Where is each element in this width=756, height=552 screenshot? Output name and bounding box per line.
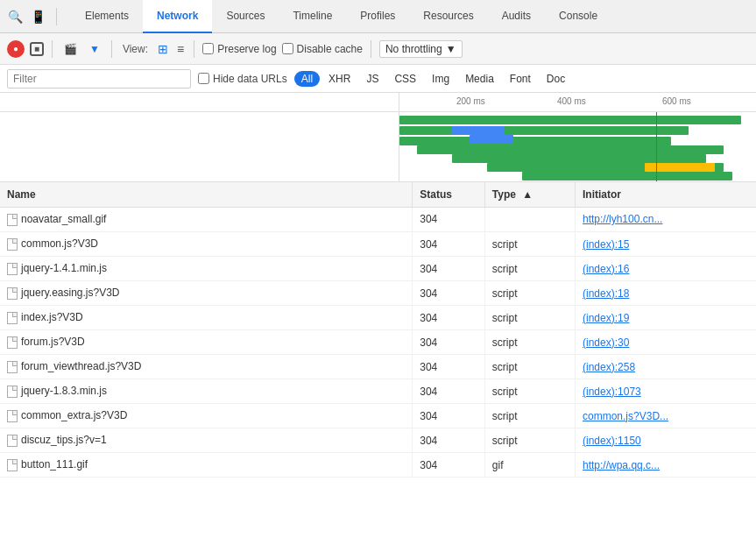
search-icon[interactable]: 🔍 <box>7 9 23 25</box>
throttle-select[interactable]: No throttling ▼ <box>379 40 463 58</box>
table-row[interactable]: button_111.gif304gifhttp://wpa.qq.c... <box>0 453 756 478</box>
table-row[interactable]: forum_viewthread.js?V3D304script(index):… <box>0 355 756 379</box>
type-filter-group: All XHR JS CSS Img Media Font Doc <box>294 71 572 87</box>
filter-button[interactable]: ▼ <box>86 41 103 57</box>
col-header-name[interactable]: Name <box>0 182 413 207</box>
col-header-initiator[interactable]: Initiator <box>576 182 756 207</box>
tick-400: 400 ms <box>557 96 586 106</box>
table-row[interactable]: common_extra.js?V3D304scriptcommon.js?V3… <box>0 404 756 428</box>
type-btn-img[interactable]: Img <box>425 71 456 87</box>
type-btn-js[interactable]: JS <box>359 71 385 87</box>
file-icon <box>7 459 18 471</box>
table-row[interactable]: index.js?V3D304script(index):19 <box>0 306 756 330</box>
tab-profiles[interactable]: Profiles <box>346 0 409 33</box>
table-row[interactable]: jquery-1.8.3.min.js304script(index):1073 <box>0 379 756 404</box>
table-row[interactable]: forum.js?V3D304script(index):30 <box>0 330 756 355</box>
timeline-bars-chart <box>399 112 756 181</box>
tab-bar-icons: 🔍 📱 <box>7 8 60 25</box>
toolbar-sep-4 <box>371 40 371 58</box>
tab-bar: 🔍 📱 Elements Network Sources Timeline Pr… <box>0 0 756 33</box>
table-row[interactable]: jquery-1.4.1.min.js304script(index):16 <box>0 257 756 281</box>
tab-audits[interactable]: Audits <box>488 0 545 33</box>
file-icon <box>7 435 18 447</box>
timeline-bar-1 <box>399 116 741 124</box>
tab-timeline[interactable]: Timeline <box>279 0 346 33</box>
cell-name: button_111.gif <box>0 453 413 478</box>
cell-initiator[interactable]: http://lyh100.cn... <box>576 208 756 232</box>
table-row[interactable]: noavatar_small.gif304http://lyh100.cn... <box>0 208 756 232</box>
cell-initiator[interactable]: (index):18 <box>576 281 756 306</box>
timeline-bar-orange <box>645 163 715 172</box>
table-row[interactable]: common.js?V3D304script(index):15 <box>0 232 756 257</box>
disable-cache-checkbox[interactable]: Disable cache <box>282 43 363 55</box>
cell-initiator[interactable]: (index):258 <box>576 355 756 379</box>
cell-type: script <box>484 428 575 453</box>
table-scroll-container[interactable]: noavatar_small.gif304http://lyh100.cn...… <box>0 208 756 553</box>
col-header-type[interactable]: Type ▲ <box>484 182 575 207</box>
cell-initiator[interactable]: http://wpa.qq.c... <box>576 453 756 478</box>
cell-initiator[interactable]: (index):1073 <box>576 379 756 404</box>
cell-initiator[interactable]: (index):30 <box>576 330 756 355</box>
col-header-status[interactable]: Status <box>413 182 485 207</box>
cell-type: script <box>484 379 575 404</box>
preserve-log-checkbox[interactable]: Preserve log <box>202 43 276 55</box>
cell-name: forum.js?V3D <box>0 330 413 355</box>
file-icon <box>7 287 18 300</box>
filter-input[interactable] <box>7 69 191 88</box>
tab-elements[interactable]: Elements <box>71 0 143 33</box>
type-btn-doc[interactable]: Doc <box>540 71 572 87</box>
timeline-ticks: 200 ms 400 ms 600 ms 800 ms 1000 ms 1200… <box>399 93 756 111</box>
timeline-bars <box>0 112 756 182</box>
tab-console[interactable]: Console <box>545 0 611 33</box>
table-row[interactable]: jquery.easing.js?V3D304script(index):18 <box>0 281 756 306</box>
record-button[interactable]: ● <box>7 40 25 58</box>
cell-initiator[interactable]: (index):1150 <box>576 428 756 453</box>
cell-initiator[interactable]: common.js?V3D... <box>576 404 756 428</box>
timeline-name-spacer <box>0 93 399 111</box>
table-view-icon[interactable]: ⊞ <box>158 42 168 56</box>
tab-sources[interactable]: Sources <box>212 0 279 33</box>
cell-type: script <box>484 404 575 428</box>
cell-status: 304 <box>413 379 485 404</box>
file-icon <box>7 410 18 422</box>
network-table: Name Status Type ▲ Initiator <box>0 182 756 208</box>
type-btn-media[interactable]: Media <box>458 71 501 87</box>
network-table-body: noavatar_small.gif304http://lyh100.cn...… <box>0 208 756 478</box>
timeline-bar-blue-1 <box>452 126 505 135</box>
cell-initiator[interactable]: (index):15 <box>576 232 756 257</box>
tab-resources[interactable]: Resources <box>409 0 487 33</box>
table-row[interactable]: discuz_tips.js?v=1304script(index):1150 <box>0 428 756 453</box>
cell-status: 304 <box>413 306 485 330</box>
file-icon <box>7 263 18 275</box>
toolbar-sep-3 <box>194 40 194 58</box>
timeline-bar-5 <box>452 154 706 163</box>
cell-name: common_extra.js?V3D <box>0 404 413 428</box>
cell-type: script <box>484 355 575 379</box>
chevron-down-icon: ▼ <box>446 43 456 55</box>
timeline-bar-7 <box>522 172 732 180</box>
timeline-bar-blue-2 <box>470 135 513 144</box>
type-btn-font[interactable]: Font <box>503 71 538 87</box>
timeline-bars-left-spacer <box>0 112 399 181</box>
type-btn-xhr[interactable]: XHR <box>321 71 357 87</box>
toolbar-sep-1 <box>52 40 53 58</box>
cell-type: script <box>484 232 575 257</box>
tab-network[interactable]: Network <box>143 0 212 33</box>
cell-initiator[interactable]: (index):16 <box>576 257 756 281</box>
cell-initiator[interactable]: (index):19 <box>576 306 756 330</box>
device-icon[interactable]: 📱 <box>30 9 46 25</box>
cell-name: noavatar_small.gif <box>0 208 413 232</box>
type-btn-css[interactable]: CSS <box>387 71 423 87</box>
waterfall-view-icon[interactable]: ≡ <box>177 42 184 56</box>
file-icon <box>7 312 18 324</box>
stop-button[interactable]: ■ <box>30 42 44 56</box>
cell-type: script <box>484 330 575 355</box>
hide-data-urls-checkbox[interactable]: Hide data URLs <box>198 73 287 85</box>
type-btn-all[interactable]: All <box>294 71 320 87</box>
camera-button[interactable]: 🎬 <box>60 41 81 57</box>
timeline-cursor-line <box>656 112 657 181</box>
cell-status: 304 <box>413 404 485 428</box>
cell-name: common.js?V3D <box>0 232 413 257</box>
file-icon <box>7 386 18 398</box>
cell-status: 304 <box>413 232 485 257</box>
